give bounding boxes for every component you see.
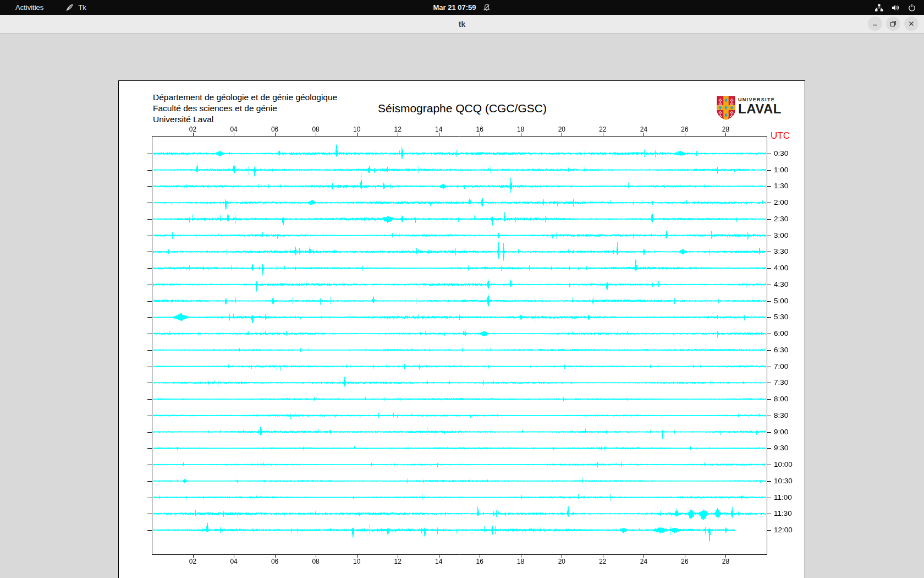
x-tick-label-bottom: 08 xyxy=(306,558,326,565)
x-tick-label-top: 16 xyxy=(470,126,490,133)
power-icon xyxy=(908,3,916,12)
x-tick-label-bottom: 02 xyxy=(183,558,203,565)
x-tick-label-bottom: 10 xyxy=(347,558,367,565)
desktop: { "top_bar": { "activities_label": "Acti… xyxy=(0,0,924,578)
utc-time-label: 5:00 xyxy=(774,297,788,306)
utc-time-label: 0:30 xyxy=(774,149,788,158)
activities-button[interactable]: Activities xyxy=(10,3,49,12)
restore-button[interactable] xyxy=(886,17,900,31)
x-tick-label-bottom: 26 xyxy=(675,558,695,565)
x-tick-label-bottom: 14 xyxy=(429,558,449,565)
seismograph-canvas-frame: Département de géologie et de génie géol… xyxy=(118,80,805,578)
system-status-area[interactable] xyxy=(875,0,916,15)
utc-time-label: 8:00 xyxy=(774,395,788,403)
x-tick-label-bottom: 24 xyxy=(634,558,653,565)
utc-label: UTC xyxy=(771,130,790,141)
x-tick-label-bottom: 04 xyxy=(224,558,244,565)
utc-time-label: 2:00 xyxy=(774,198,788,207)
clock-text: Mar 21 07:59 xyxy=(433,3,476,12)
x-tick-label-top: 06 xyxy=(265,126,285,133)
x-tick-label-bottom: 16 xyxy=(470,558,490,565)
utc-time-label: 1:00 xyxy=(774,166,788,175)
utc-time-label: 4:30 xyxy=(774,280,788,289)
utc-time-label: 7:00 xyxy=(774,362,788,371)
utc-time-label: 2:30 xyxy=(774,215,788,223)
top-bar: Activities Tk Mar 21 07:59 xyxy=(0,0,924,15)
x-tick-label-top: 12 xyxy=(388,126,408,133)
app-menu-label: Tk xyxy=(78,3,86,12)
window-title: tk xyxy=(459,20,465,29)
utc-time-label: 1:30 xyxy=(774,182,788,190)
seismograph-traces xyxy=(119,81,806,578)
x-tick-label-top: 18 xyxy=(511,126,531,133)
window-titlebar[interactable]: tk xyxy=(0,15,924,34)
utc-time-label: 5:30 xyxy=(774,313,788,321)
utc-time-label: 9:30 xyxy=(774,444,788,452)
utc-time-label: 12:00 xyxy=(774,526,793,535)
x-tick-label-top: 04 xyxy=(224,126,244,133)
x-tick-label-top: 28 xyxy=(716,126,735,133)
utc-time-label: 6:30 xyxy=(774,346,788,355)
x-tick-label-bottom: 06 xyxy=(265,558,285,565)
x-tick-label-top: 08 xyxy=(306,126,326,133)
x-tick-label-bottom: 12 xyxy=(388,558,408,565)
volume-icon xyxy=(891,3,900,12)
utc-time-label: 11:30 xyxy=(774,509,792,518)
clock-button[interactable]: Mar 21 07:59 xyxy=(433,0,491,15)
tk-window-body: Département de géologie et de génie géol… xyxy=(0,34,924,578)
utc-time-label: 4:00 xyxy=(774,264,788,272)
x-tick-label-top: 20 xyxy=(552,126,571,133)
notifications-disabled-icon xyxy=(483,3,491,12)
utc-time-label: 8:30 xyxy=(774,411,788,420)
x-tick-label-top: 14 xyxy=(429,126,449,133)
close-button[interactable] xyxy=(904,17,919,31)
x-tick-label-top: 26 xyxy=(675,126,695,133)
tk-feather-icon xyxy=(65,3,74,12)
x-tick-label-top: 02 xyxy=(183,126,203,133)
x-tick-label-top: 10 xyxy=(347,126,367,133)
x-tick-label-top: 24 xyxy=(634,126,653,133)
x-tick-label-bottom: 20 xyxy=(552,558,571,565)
utc-time-label: 11:00 xyxy=(774,493,792,502)
app-menu-tk[interactable]: Tk xyxy=(61,3,90,12)
network-wired-icon xyxy=(875,3,883,12)
utc-time-label: 6:00 xyxy=(774,329,788,338)
utc-time-label: 3:00 xyxy=(774,231,788,240)
minimize-button[interactable] xyxy=(868,17,882,31)
utc-time-label: 7:30 xyxy=(774,378,788,387)
x-tick-label-bottom: 28 xyxy=(716,558,735,565)
x-tick-label-top: 22 xyxy=(593,126,613,133)
utc-time-label: 9:00 xyxy=(774,428,788,437)
utc-time-label: 3:30 xyxy=(774,247,788,256)
utc-time-label: 10:00 xyxy=(774,460,793,469)
utc-time-label: 10:30 xyxy=(774,477,793,486)
x-tick-label-bottom: 18 xyxy=(511,558,531,565)
x-tick-label-bottom: 22 xyxy=(593,558,613,565)
